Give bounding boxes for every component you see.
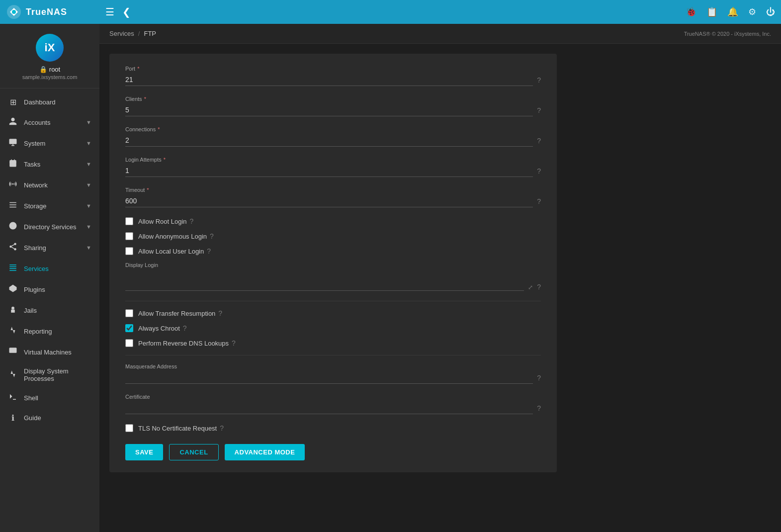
expand-icon[interactable]: ⤢: [528, 284, 533, 291]
svg-point-17: [14, 248, 16, 251]
connections-input[interactable]: [125, 134, 533, 147]
sidebar-item-storage[interactable]: Storage ▼: [0, 195, 99, 216]
sidebar-item-dashboard[interactable]: ⊞ Dashboard: [0, 92, 99, 112]
directory-services-icon: [8, 221, 18, 232]
avatar: iX: [36, 34, 64, 62]
notification-icon[interactable]: 🔔: [727, 6, 738, 17]
sidebar-item-label: System: [24, 140, 45, 147]
sidebar-item-tasks[interactable]: Tasks ▼: [0, 154, 99, 175]
sidebar-item-label: Dashboard: [24, 98, 56, 106]
sidebar-item-accounts[interactable]: Accounts ▼: [0, 112, 99, 133]
port-field: Port * ?: [125, 66, 541, 86]
certificate-field: Certificate ?: [125, 394, 541, 414]
copyright-text: TrueNAS® © 2020 - iXsystems, Inc.: [684, 31, 771, 37]
save-button[interactable]: SAVE: [125, 444, 163, 460]
tls-no-cert-request-checkbox[interactable]: [125, 424, 133, 432]
chevron-down-icon: ▼: [86, 224, 91, 230]
clients-input[interactable]: [125, 104, 533, 116]
system-icon: [8, 138, 18, 149]
sidebar-item-network[interactable]: Network ▼: [0, 175, 99, 195]
reporting-icon: [8, 326, 18, 337]
clients-help-icon[interactable]: ?: [537, 106, 541, 114]
cancel-button[interactable]: CANCEL: [169, 444, 218, 460]
display-login-help-icon[interactable]: ?: [537, 283, 541, 291]
network-icon: [8, 179, 18, 190]
allow-transfer-resumption-help-icon[interactable]: ?: [218, 309, 222, 317]
allow-transfer-resumption-checkbox[interactable]: [125, 309, 133, 317]
sidebar-item-system[interactable]: System ▼: [0, 133, 99, 154]
sidebar-item-label: Accounts: [24, 119, 50, 126]
allow-local-user-login-help-icon[interactable]: ?: [207, 247, 211, 255]
guide-icon: ℹ: [8, 413, 18, 423]
power-icon[interactable]: ⏻: [766, 7, 775, 17]
topbar: TrueNAS ☰ ❮ 🐞 📋 🔔 ⚙ ⏻: [0, 0, 781, 24]
sidebar-item-reporting[interactable]: Reporting: [0, 321, 99, 342]
sidebar-item-jails[interactable]: Jails: [0, 300, 99, 321]
login-attempts-input[interactable]: [125, 165, 533, 177]
collapse-icon[interactable]: ❮: [122, 6, 131, 18]
connections-help-icon[interactable]: ?: [537, 137, 541, 145]
masquerade-address-input[interactable]: [125, 371, 533, 384]
sidebar-item-sharing[interactable]: Sharing ▼: [0, 237, 99, 258]
allow-anonymous-login-label: Allow Anonymous Login: [138, 233, 207, 240]
chevron-down-icon: ▼: [86, 182, 91, 188]
allow-local-user-login-label: Allow Local User Login: [138, 248, 204, 255]
always-chroot-checkbox[interactable]: [125, 324, 133, 332]
clipboard-icon[interactable]: 📋: [706, 6, 717, 17]
virtual-machines-icon: [8, 347, 18, 357]
certificate-select[interactable]: [125, 402, 533, 414]
sidebar-item-virtual-machines[interactable]: Virtual Machines: [0, 342, 99, 362]
masquerade-address-help-icon[interactable]: ?: [537, 374, 541, 382]
display-login-field: Display Login ⤢ ?: [125, 262, 541, 291]
login-attempts-label: Login Attempts: [125, 157, 162, 163]
allow-local-user-login-checkbox[interactable]: [125, 247, 133, 255]
sidebar: iX 🔒 root sample.ixsystems.com ⊞ Dashboa…: [0, 24, 99, 532]
certificate-help-icon[interactable]: ?: [537, 404, 541, 412]
port-help-icon[interactable]: ?: [537, 76, 541, 84]
allow-root-login-checkbox[interactable]: [125, 217, 133, 225]
always-chroot-help-icon[interactable]: ?: [183, 324, 187, 332]
sidebar-item-shell[interactable]: Shell: [0, 387, 99, 408]
breadcrumb-parent[interactable]: Services: [109, 30, 134, 37]
clients-field: Clients * ?: [125, 96, 541, 116]
timeout-input[interactable]: [125, 195, 533, 207]
svg-rect-27: [9, 348, 17, 353]
sidebar-item-display-system-processes[interactable]: Display System Processes: [0, 362, 99, 387]
settings-icon[interactable]: ⚙: [748, 6, 756, 17]
sidebar-item-services[interactable]: Services: [0, 258, 99, 279]
chevron-down-icon: ▼: [86, 203, 91, 209]
timeout-help-icon[interactable]: ?: [537, 197, 541, 205]
hostname: sample.ixsystems.com: [22, 74, 78, 80]
advanced-mode-button[interactable]: ADVANCED MODE: [225, 444, 305, 460]
display-login-textarea[interactable]: [125, 271, 524, 291]
hamburger-icon[interactable]: ☰: [105, 6, 114, 18]
clients-label: Clients: [125, 96, 142, 102]
allow-anonymous-login-help-icon[interactable]: ?: [210, 232, 214, 240]
sidebar-item-directory-services[interactable]: Directory Services ▼: [0, 216, 99, 237]
chevron-down-icon: ▼: [86, 140, 91, 146]
sidebar-item-label: Plugins: [24, 286, 45, 293]
port-input[interactable]: [125, 74, 533, 86]
allow-root-login-help-icon[interactable]: ?: [190, 217, 194, 225]
shell-icon: [8, 392, 18, 403]
perform-reverse-dns-help-icon[interactable]: ?: [232, 339, 236, 347]
perform-reverse-dns-checkbox[interactable]: [125, 339, 133, 347]
bug-icon[interactable]: 🐞: [686, 6, 696, 17]
chevron-down-icon: ▼: [86, 245, 91, 251]
allow-anonymous-login-checkbox[interactable]: [125, 232, 133, 240]
dashboard-icon: ⊞: [8, 97, 18, 107]
svg-marker-24: [9, 285, 17, 292]
certificate-label: Certificate: [125, 394, 150, 400]
button-row: SAVE CANCEL ADVANCED MODE: [125, 444, 541, 460]
sidebar-item-label: Storage: [24, 202, 47, 210]
sidebar-item-plugins[interactable]: Plugins: [0, 279, 99, 300]
sidebar-item-label: Reporting: [24, 328, 52, 335]
form-divider: [125, 301, 541, 301]
tls-no-cert-request-help-icon[interactable]: ?: [220, 424, 224, 432]
sharing-icon: [8, 242, 18, 253]
sidebar-item-guide[interactable]: ℹ Guide: [0, 408, 99, 428]
sidebar-item-label: Directory Services: [24, 223, 76, 231]
chevron-down-icon: ▼: [86, 161, 91, 167]
sidebar-item-label: Network: [24, 181, 48, 189]
login-attempts-help-icon[interactable]: ?: [537, 167, 541, 175]
